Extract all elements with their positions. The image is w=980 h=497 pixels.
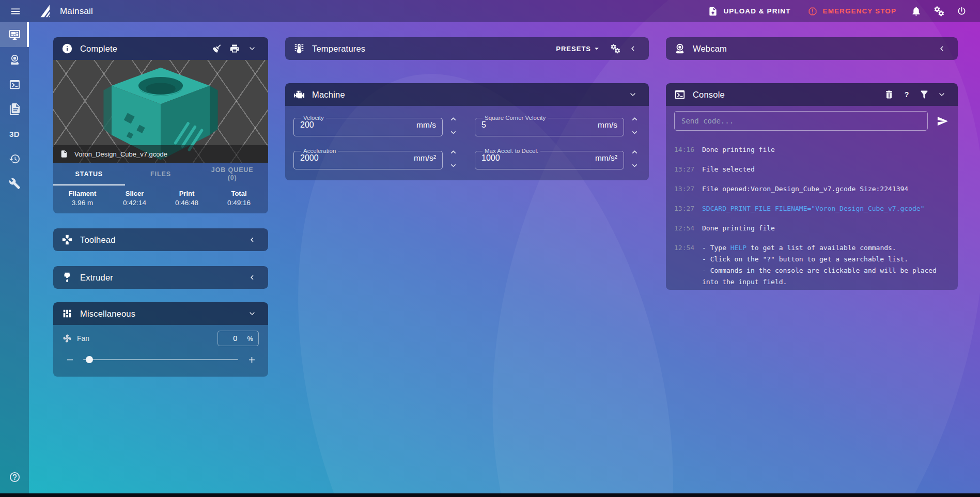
stepper [628, 113, 641, 138]
stepper-down-button[interactable] [447, 160, 459, 171]
sidebar-item-console[interactable] [0, 72, 29, 97]
webcam-icon [9, 54, 21, 66]
notifications-button[interactable] [905, 0, 927, 22]
top-app-bar: Mainsail UPLOAD & PRINT EMERGENCY STOP [0, 0, 980, 22]
tab-files[interactable]: FILES [125, 163, 197, 185]
trash-icon [884, 89, 894, 100]
stepper-up-button[interactable] [628, 146, 641, 158]
stat-total: Total0:49:16 [213, 190, 265, 207]
fan-slider[interactable] [83, 359, 238, 360]
fan-increase-button[interactable] [245, 353, 258, 366]
console-body: 14:16Done printing file13:27File selecte… [666, 106, 958, 290]
thermometer-icon [293, 43, 305, 54]
app-title: Mainsail [60, 6, 93, 17]
tab-job-queue[interactable]: JOB QUEUE(0) [196, 163, 268, 185]
extruder-nozzle-icon [61, 272, 73, 283]
stepper-down-button[interactable] [628, 160, 641, 171]
menu-down-icon [592, 44, 601, 53]
menu-icon[interactable] [5, 1, 26, 22]
engine-icon [293, 89, 305, 100]
console-entry-time: 13:27 [674, 203, 695, 214]
console-command-link[interactable]: HELP [730, 244, 746, 252]
question-mark-icon [901, 89, 912, 100]
console-entry-message: File opened:Voron_Design_Cube_v7.gcode S… [702, 183, 950, 195]
console-entry-time: 13:27 [674, 164, 695, 175]
console-input[interactable] [681, 117, 921, 125]
emergency-stop-button[interactable]: EMERGENCY STOP [799, 0, 905, 22]
fan-value-input[interactable]: 0 % [217, 331, 259, 346]
collapse-miscellaneous-button[interactable] [243, 305, 261, 322]
miscellaneous-panel: Miscellaneous Fan 0 % [53, 302, 268, 377]
webcam-title: Webcam [693, 44, 933, 54]
column-left: Complete [53, 37, 268, 377]
webcam-panel-header: Webcam [666, 37, 958, 60]
expand-extruder-button[interactable] [243, 269, 261, 286]
console-entry: 14:16Done printing file [674, 144, 950, 156]
clear-console-button[interactable] [880, 86, 898, 103]
send-command-button[interactable] [935, 114, 950, 128]
status-info-icon [61, 43, 73, 54]
print-preview-image: Voron_Design_Cube_v7.gcode [53, 60, 268, 163]
reprint-button[interactable] [226, 40, 243, 57]
extruder-panel: Extruder [53, 266, 268, 289]
tab-status[interactable]: STATUS [53, 163, 125, 185]
number-input[interactable]: Square Corner Velocity5mm/s [475, 115, 624, 136]
stepper-up-button[interactable] [447, 146, 459, 158]
chevron-down-icon [628, 89, 638, 100]
console-entry-message: Done printing file [702, 223, 950, 234]
fan-decrease-button[interactable] [64, 353, 76, 366]
expand-toolhead-button[interactable] [243, 231, 261, 248]
toolhead-title: Toolhead [80, 235, 243, 245]
clean-print-stats-button[interactable] [208, 40, 226, 57]
presets-button[interactable]: PRESETS [551, 40, 606, 57]
print-stats: Filament3.96 mSlicer0:42:14Print0:46:48T… [53, 185, 268, 213]
sidebar-item-files[interactable] [0, 97, 29, 121]
print-status-title: Complete [80, 44, 208, 54]
fan-icon [63, 334, 72, 343]
print-status-panel: Complete [53, 37, 268, 213]
stepper [447, 113, 459, 138]
stepper-up-button[interactable] [447, 113, 459, 125]
number-input[interactable]: Max Accel. to Decel.1000mm/s² [475, 148, 624, 169]
stepper-down-button[interactable] [628, 127, 641, 138]
console-filter-button[interactable] [915, 86, 933, 103]
sidebar-item-dashboard[interactable] [0, 22, 29, 47]
chevron-left-icon [247, 273, 257, 282]
fan-slider-thumb[interactable] [86, 356, 93, 363]
power-button[interactable] [950, 0, 973, 22]
sidebar-item-help[interactable] [0, 464, 29, 489]
number-input[interactable]: Velocity200mm/s [293, 115, 443, 136]
help-icon [9, 471, 21, 483]
send-icon [937, 115, 948, 127]
console-panel-header: Console [666, 83, 958, 106]
command-help-button[interactable] [898, 86, 915, 103]
console-entry: 13:27File opened:Voron_Design_Cube_v7.gc… [674, 183, 950, 195]
console-command-link[interactable]: SDCARD_PRINT_FILE FILENAME="Voron_Design… [702, 205, 924, 212]
sidebar-item-webcam[interactable] [0, 47, 29, 72]
temperatures-settings-button[interactable] [606, 40, 624, 57]
stepper-down-button[interactable] [447, 127, 459, 138]
fan-row: Fan 0 % [63, 328, 259, 349]
brand[interactable]: Mainsail [39, 4, 93, 19]
number-input[interactable]: Acceleration2000mm/s² [293, 148, 443, 169]
settings-button[interactable] [927, 0, 950, 22]
console-entry-time: 13:27 [674, 183, 695, 195]
expand-webcam-button[interactable] [933, 40, 951, 57]
miscellaneous-title: Miscellaneous [80, 309, 243, 319]
upload-and-print-button[interactable]: UPLOAD & PRINT [699, 0, 799, 22]
collapse-machine-button[interactable] [624, 86, 642, 103]
console-send-row [674, 111, 950, 131]
sidebar-item-history[interactable] [0, 146, 29, 171]
collapse-console-button[interactable] [933, 86, 951, 103]
stepper-up-button[interactable] [628, 113, 641, 125]
webcam-icon [674, 43, 686, 54]
machine-panel-header: Machine [285, 83, 649, 106]
sidebar-item-machine-settings[interactable] [0, 171, 29, 196]
mainsail-logo [39, 4, 55, 19]
console-entry: 12:54- Type HELP to get a list of availa… [674, 242, 950, 290]
expand-temperatures-button[interactable] [624, 40, 642, 57]
sidebar-item-gcode-viewer[interactable]: 3D [0, 121, 29, 146]
stepper [447, 146, 459, 171]
collapse-panel-button[interactable] [243, 40, 261, 57]
dashboard-content: Complete [29, 22, 980, 493]
